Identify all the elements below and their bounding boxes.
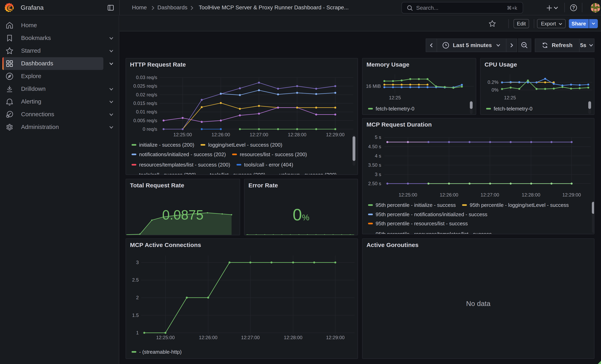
svg-text:1.5: 1.5: [132, 313, 139, 318]
svg-text:2.5: 2.5: [132, 277, 139, 283]
svg-text:2: 2: [136, 295, 139, 300]
svg-text:12:29:00: 12:29:00: [562, 192, 581, 197]
svg-text:12:29:00: 12:29:00: [326, 335, 344, 340]
svg-text:12:28:00: 12:28:00: [288, 132, 306, 137]
svg-text:3: 3: [136, 260, 139, 265]
svg-text:5 s: 5 s: [375, 135, 381, 140]
svg-text:16 MiB: 16 MiB: [366, 83, 381, 89]
svg-text:12:27:00: 12:27:00: [250, 132, 268, 137]
svg-text:4 s: 4 s: [375, 153, 381, 158]
svg-text:0.025 req/s: 0.025 req/s: [133, 83, 157, 89]
svg-text:0.01 req/s: 0.01 req/s: [136, 109, 157, 114]
svg-text:3.50 s: 3.50 s: [368, 162, 381, 168]
svg-text:12:25:00: 12:25:00: [399, 192, 417, 197]
svg-text:12:27:00: 12:27:00: [241, 335, 260, 340]
svg-text:0 req/s: 0 req/s: [143, 126, 157, 132]
svg-text:12:26:00: 12:26:00: [440, 192, 458, 197]
svg-text:12:25:00: 12:25:00: [173, 132, 192, 137]
svg-text:2.50 s: 2.50 s: [368, 181, 381, 186]
svg-text:?: ?: [572, 5, 575, 10]
svg-text:12:26:00: 12:26:00: [211, 132, 230, 137]
svg-text:0.03 req/s: 0.03 req/s: [136, 75, 157, 80]
svg-text:12:28:00: 12:28:00: [284, 335, 302, 340]
svg-text:12:28:00: 12:28:00: [522, 192, 540, 197]
svg-text:0.2%: 0.2%: [488, 79, 499, 85]
svg-text:12:25:00: 12:25:00: [156, 335, 175, 340]
svg-text:1: 1: [136, 330, 139, 335]
svg-text:4.50 s: 4.50 s: [368, 144, 381, 149]
svg-text:3 s: 3 s: [375, 172, 381, 177]
svg-text:0.015 req/s: 0.015 req/s: [133, 100, 157, 106]
svg-text:12:25: 12:25: [504, 95, 516, 100]
svg-text:12:25: 12:25: [389, 95, 401, 100]
svg-text:12:29:00: 12:29:00: [326, 132, 344, 137]
svg-text:0.005 req/s: 0.005 req/s: [133, 118, 157, 123]
svg-text:12:26:00: 12:26:00: [199, 335, 217, 340]
svg-text:0.02 req/s: 0.02 req/s: [136, 92, 157, 97]
svg-text:12:27:00: 12:27:00: [481, 192, 499, 197]
svg-text:0%: 0%: [491, 87, 499, 93]
